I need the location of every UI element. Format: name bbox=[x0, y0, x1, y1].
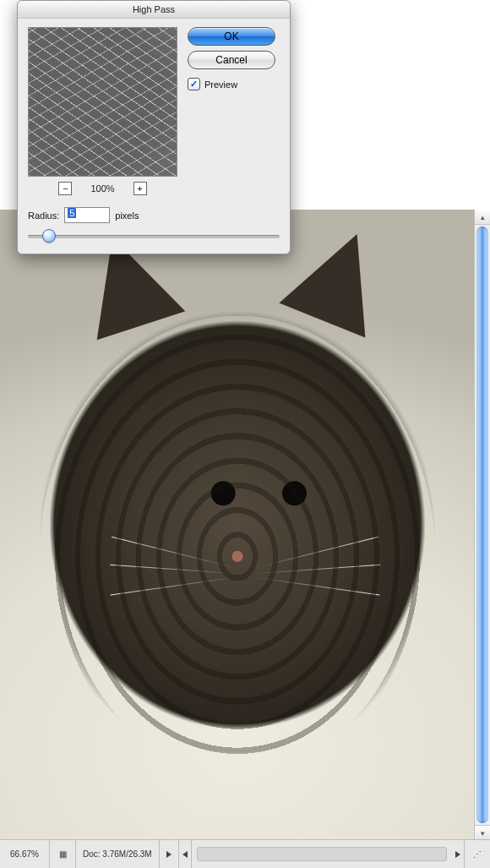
zoom-readout[interactable]: 66.67% bbox=[0, 840, 50, 868]
image-decoration bbox=[254, 577, 380, 596]
scroll-down-button[interactable]: ▾ bbox=[475, 825, 490, 840]
status-icon-grid[interactable]: ▦ bbox=[50, 840, 76, 868]
vertical-scrollbar[interactable]: ▴ ▾ bbox=[474, 210, 490, 840]
slider-track bbox=[28, 235, 280, 238]
preview-checkbox[interactable]: ✓ bbox=[188, 78, 200, 90]
hscroll-left-button[interactable] bbox=[182, 851, 188, 858]
zoom-out-button[interactable]: − bbox=[58, 182, 72, 195]
horizontal-scrollbar[interactable] bbox=[197, 847, 447, 861]
ok-button[interactable]: OK bbox=[188, 27, 275, 46]
plus-icon: + bbox=[137, 184, 142, 194]
cancel-button[interactable]: Cancel bbox=[188, 51, 275, 69]
slider-thumb[interactable] bbox=[42, 229, 56, 243]
image-decoration bbox=[255, 537, 378, 568]
scrollbar-thumb[interactable] bbox=[476, 227, 488, 823]
triangle-right-icon bbox=[166, 851, 172, 858]
doc-info-menu[interactable] bbox=[160, 840, 179, 868]
zoom-in-button[interactable]: + bbox=[133, 182, 147, 195]
image-decoration bbox=[253, 565, 380, 574]
image-decoration bbox=[279, 216, 400, 337]
radius-label: Radius: bbox=[28, 210, 59, 221]
image-decoration bbox=[112, 537, 235, 568]
radius-input[interactable]: 5 bbox=[64, 207, 110, 223]
filter-preview[interactable] bbox=[28, 27, 177, 177]
radius-unit-label: pixels bbox=[115, 210, 139, 221]
preview-checkbox-label: Preview bbox=[204, 79, 237, 90]
radius-slider[interactable] bbox=[28, 228, 280, 243]
dialog-title: High Pass bbox=[18, 1, 290, 19]
image-decoration bbox=[110, 565, 237, 574]
high-pass-dialog: High Pass − 100% + OK Cancel ✓ Preview R bbox=[17, 0, 291, 254]
scroll-up-button[interactable]: ▴ bbox=[475, 210, 490, 225]
status-bar: 66.67% ▦ Doc: 3.76M/26.3M ⋰ bbox=[0, 839, 490, 868]
preview-zoom-readout: 100% bbox=[90, 183, 114, 194]
minus-icon: − bbox=[63, 184, 68, 194]
resize-grip-icon[interactable]: ⋰ bbox=[471, 849, 483, 860]
check-icon: ✓ bbox=[190, 79, 198, 90]
image-decoration bbox=[111, 577, 237, 596]
document-canvas[interactable] bbox=[0, 210, 475, 840]
hscroll-right-button[interactable] bbox=[455, 851, 460, 858]
grid-icon: ▦ bbox=[57, 849, 68, 860]
doc-size-readout[interactable]: Doc: 3.76M/26.3M bbox=[76, 840, 160, 868]
